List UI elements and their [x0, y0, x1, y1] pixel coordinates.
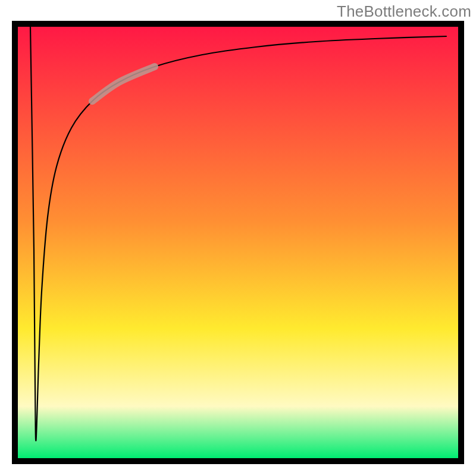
chart-svg — [18, 27, 458, 458]
chart-background — [18, 27, 458, 458]
chart-plot — [18, 27, 458, 458]
watermark-text: TheBottleneck.com — [337, 2, 471, 21]
